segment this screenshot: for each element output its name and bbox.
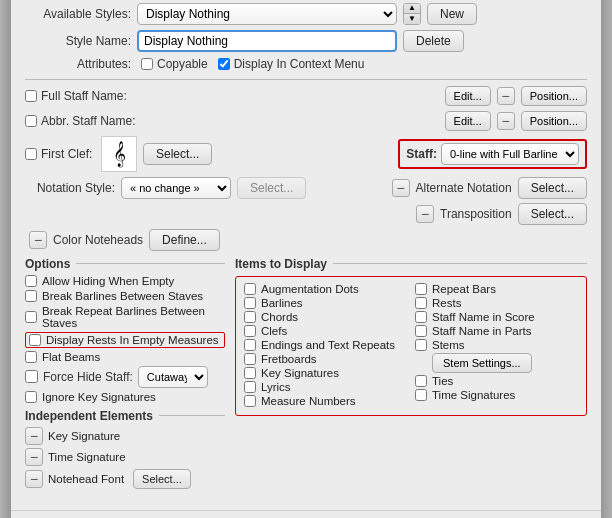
option-break-repeat[interactable]: Break Repeat Barlines Between Staves [25,305,225,329]
stepper-up[interactable]: ▲ [404,4,420,15]
display-context-checkbox[interactable]: Display In Context Menu [218,57,365,71]
staff-label: Staff: [406,147,437,161]
staff-box: Staff: 0-line with Full Barline [398,139,587,169]
option-flat-beams[interactable]: Flat Beams [25,351,225,363]
attributes-label: Attributes: [25,57,131,71]
item-ties[interactable]: Ties [415,375,578,387]
full-staff-position-btn[interactable]: Position... [521,86,587,106]
first-clef-checkbox[interactable]: First Clef: [25,147,95,161]
transposition-select-btn[interactable]: Select... [518,203,587,225]
color-noteheads-minus[interactable]: − [29,231,47,249]
notation-select-btn[interactable]: Select... [237,177,306,199]
alt-notation-select-btn[interactable]: Select... [518,177,587,199]
notation-style-label: Notation Style: [25,181,115,195]
alt-notation-label: Alternate Notation [416,181,512,195]
notation-style-select[interactable]: « no change » [121,177,231,199]
full-staff-edit-btn[interactable]: Edit... [445,86,491,106]
time-sig-minus[interactable]: − [25,448,43,466]
item-augmentation-dots[interactable]: Augmentation Dots [244,283,407,295]
option-break-barlines[interactable]: Break Barlines Between Staves [25,290,225,302]
notehead-select-btn[interactable]: Select... [133,469,191,489]
alt-notation-minus[interactable]: − [392,179,410,197]
abbr-staff-position-btn[interactable]: Position... [521,111,587,131]
stepper-down[interactable]: ▼ [404,14,420,24]
force-hide-select[interactable]: Cutaway [138,366,208,388]
abbr-staff-minus-btn[interactable]: − [497,112,515,130]
item-key-signatures[interactable]: Key Signatures [244,367,407,379]
item-stems[interactable]: Stems [415,339,578,351]
option-allow-hiding[interactable]: Allow Hiding When Empty [25,275,225,287]
item-barlines[interactable]: Barlines [244,297,407,309]
full-staff-checkbox[interactable]: Full Staff Name: [25,89,155,103]
item-staff-name-score[interactable]: Staff Name in Score [415,311,578,323]
transposition-minus[interactable]: − [416,205,434,223]
key-sig-minus[interactable]: − [25,427,43,445]
item-staff-name-parts[interactable]: Staff Name in Parts [415,325,578,337]
item-rests[interactable]: Rests [415,297,578,309]
indep-key-signature: − Key Signature [25,427,225,445]
full-staff-minus-btn[interactable]: − [497,87,515,105]
staff-styles-dialog: Staff Styles Available Styles: Display N… [11,0,601,518]
items-to-display-box: Augmentation Dots Barlines Chords Clefs [235,276,587,416]
delete-button[interactable]: Delete [403,30,464,52]
options-title: Options [25,257,70,271]
item-lyrics[interactable]: Lyrics [244,381,407,393]
available-styles-stepper[interactable]: ▲ ▼ [403,3,421,25]
clef-icon: 𝄞 [101,136,137,172]
define-btn[interactable]: Define... [149,229,220,251]
item-time-signatures[interactable]: Time Signatures [415,389,578,401]
option-ignore-key[interactable]: Ignore Key Signatures [25,391,225,403]
new-button[interactable]: New [427,3,477,25]
staff-select[interactable]: 0-line with Full Barline [441,143,579,165]
items-title: Items to Display [235,257,327,271]
item-repeat-bars[interactable]: Repeat Bars [415,283,578,295]
abbr-staff-edit-btn[interactable]: Edit... [445,111,491,131]
color-noteheads-label: Color Noteheads [53,233,143,247]
copyable-checkbox[interactable]: Copyable [141,57,208,71]
indep-notehead-font: − Notehead Font Select... [25,469,225,489]
transposition-label: Transposition [440,207,512,221]
item-endings[interactable]: Endings and Text Repeats [244,339,407,351]
available-styles-select[interactable]: Display Nothing [137,3,397,25]
independent-title: Independent Elements [25,409,153,423]
option-display-rests[interactable]: Display Rests In Empty Measures [25,332,225,348]
option-force-hide: Force Hide Staff: Cutaway [25,366,225,388]
style-name-input[interactable] [137,30,397,52]
abbr-staff-checkbox[interactable]: Abbr. Staff Name: [25,114,155,128]
style-name-label: Style Name: [25,34,131,48]
dialog-footer: ? Cancel OK [11,510,601,519]
clef-select-btn[interactable]: Select... [143,143,212,165]
item-measure-numbers[interactable]: Measure Numbers [244,395,407,407]
notehead-minus[interactable]: − [25,470,43,488]
stem-settings-btn[interactable]: Stem Settings... [432,353,532,373]
available-styles-label: Available Styles: [25,7,131,21]
item-fretboards[interactable]: Fretboards [244,353,407,365]
item-chords[interactable]: Chords [244,311,407,323]
indep-time-signature: − Time Signature [25,448,225,466]
item-clefs[interactable]: Clefs [244,325,407,337]
force-hide-checkbox[interactable] [25,370,38,383]
